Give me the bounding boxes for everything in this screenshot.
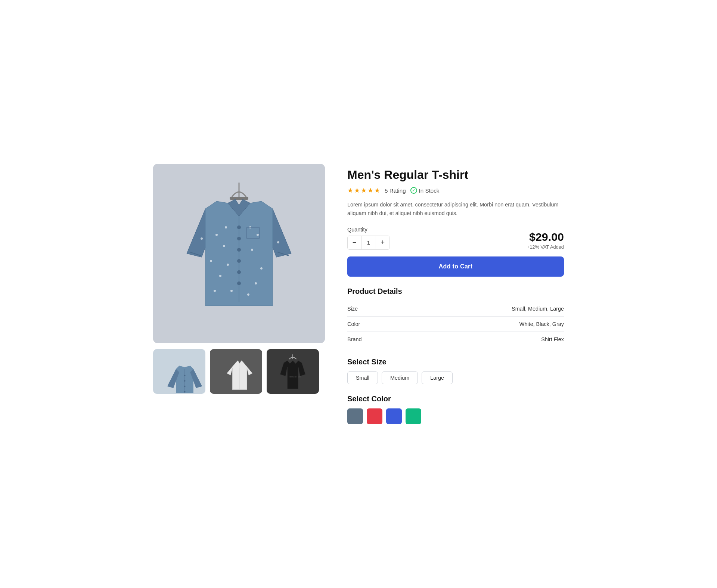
rating-count: 5: [385, 187, 388, 194]
stock-status: In Stock: [410, 187, 440, 194]
product-description: Lorem ipsum dolor sit amet, consectetur …: [347, 200, 564, 218]
detail-label-brand: Brand: [347, 336, 361, 342]
quantity-price-row: Quantity − + $29.00 +12% VAT Added: [347, 227, 564, 250]
rating-row: ★ ★ ★ ★ ★ 5 Rating In Stock: [347, 187, 564, 195]
detail-label-size: Size: [347, 306, 358, 312]
svg-point-13: [219, 275, 221, 277]
star-1: ★: [347, 187, 353, 195]
size-small-button[interactable]: Small: [347, 371, 378, 384]
star-2: ★: [354, 187, 360, 195]
svg-point-34: [184, 391, 186, 393]
product-info: Men's Regular T-shirt ★ ★ ★ ★ ★ 5 Rating…: [347, 164, 564, 424]
quantity-increase-button[interactable]: +: [376, 236, 389, 249]
svg-point-32: [184, 380, 186, 382]
svg-point-24: [201, 237, 203, 240]
product-price: $29.00: [527, 230, 564, 243]
svg-point-22: [225, 226, 227, 228]
svg-point-25: [277, 241, 279, 243]
price-section: $29.00 +12% VAT Added: [527, 230, 564, 250]
svg-point-31: [184, 375, 186, 376]
detail-value-color: White, Black, Gray: [519, 321, 564, 327]
svg-point-18: [260, 267, 263, 270]
svg-point-33: [184, 386, 186, 387]
svg-point-8: [237, 270, 241, 274]
rating-label: Rating: [389, 187, 406, 194]
size-large-button[interactable]: Large: [422, 371, 453, 384]
svg-point-14: [227, 264, 229, 266]
quantity-input[interactable]: [361, 236, 376, 249]
svg-point-19: [255, 282, 257, 284]
in-stock-icon: [410, 187, 417, 194]
detail-row-color: Color White, Black, Gray: [347, 317, 564, 332]
svg-point-11: [223, 245, 225, 247]
detail-label-color: Color: [347, 321, 360, 327]
select-color-title: Select Color: [347, 395, 564, 403]
thumbnail-3[interactable]: TIMWEN T-SIR: [267, 349, 319, 394]
main-product-image: [153, 164, 325, 343]
svg-point-4: [237, 225, 241, 229]
svg-text:TIMWEN T-SIR: TIMWEN T-SIR: [288, 376, 301, 378]
star-4: ★: [367, 187, 373, 195]
detail-value-brand: Shirt Flex: [541, 336, 564, 342]
select-size-title: Select Size: [347, 358, 564, 366]
product-images: TIMWEN T-SIR: [153, 164, 325, 394]
color-swatch-red[interactable]: [367, 408, 382, 424]
svg-point-9: [237, 281, 241, 285]
color-swatch-green[interactable]: [406, 408, 421, 424]
svg-point-20: [247, 293, 249, 296]
color-swatch-blue[interactable]: [386, 408, 402, 424]
svg-point-10: [215, 234, 218, 236]
quantity-decrease-button[interactable]: −: [348, 236, 361, 249]
color-swatch-gray[interactable]: [347, 408, 363, 424]
thumbnail-1[interactable]: [153, 349, 205, 394]
detail-value-size: Small, Medium, Large: [512, 306, 564, 312]
quantity-section: Quantity − +: [347, 227, 390, 250]
product-details-table: Size Small, Medium, Large Color White, B…: [347, 301, 564, 347]
size-medium-button[interactable]: Medium: [382, 371, 418, 384]
star-5: ★: [374, 187, 380, 195]
star-3: ★: [361, 187, 367, 195]
stock-label: In Stock: [419, 187, 440, 194]
svg-point-6: [237, 248, 241, 252]
detail-row-size: Size Small, Medium, Large: [347, 301, 564, 317]
thumbnail-2[interactable]: [210, 349, 262, 394]
svg-point-15: [214, 290, 216, 292]
add-to-cart-button[interactable]: Add to Cart: [347, 256, 564, 277]
vat-note: +12% VAT Added: [527, 244, 564, 250]
product-title: Men's Regular T-shirt: [347, 168, 564, 182]
svg-point-21: [230, 290, 233, 292]
svg-rect-2: [230, 197, 248, 200]
quantity-control: − +: [347, 236, 390, 250]
star-rating: ★ ★ ★ ★ ★: [347, 187, 380, 195]
thumbnail-row: TIMWEN T-SIR: [153, 349, 325, 394]
detail-row-brand: Brand Shirt Flex: [347, 332, 564, 347]
quantity-label: Quantity: [347, 227, 390, 233]
svg-point-5: [237, 237, 241, 240]
product-container: TIMWEN T-SIR Men's Regular T-shirt ★ ★ ★…: [153, 164, 564, 424]
rating-text: 5 Rating: [385, 187, 406, 194]
color-options: [347, 408, 564, 424]
svg-point-16: [257, 234, 259, 236]
svg-point-17: [251, 249, 253, 251]
svg-point-12: [210, 260, 212, 262]
svg-point-7: [237, 259, 241, 263]
product-details-title: Product Details: [347, 287, 564, 296]
size-options: Small Medium Large: [347, 371, 564, 384]
